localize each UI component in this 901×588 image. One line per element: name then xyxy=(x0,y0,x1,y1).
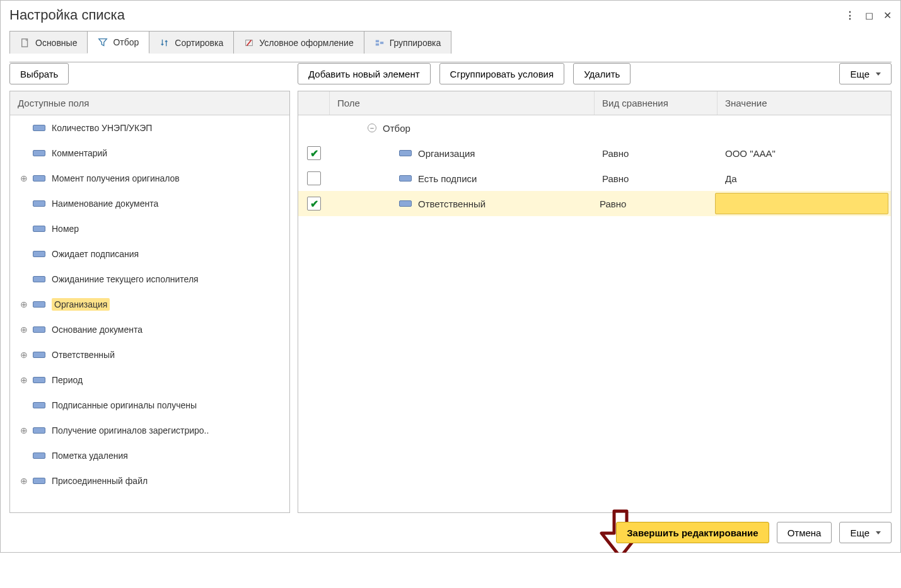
footer-more-button[interactable]: Еще xyxy=(839,522,892,543)
field-tree-item[interactable]: Ожидает подписания xyxy=(10,241,289,267)
row-checkbox[interactable] xyxy=(307,197,321,210)
row-cmp[interactable]: Равно xyxy=(595,142,718,165)
tab-sort[interactable]: Сортировка xyxy=(149,31,234,54)
funnel-icon xyxy=(98,37,108,47)
field-tree-item[interactable]: ⊕Получение оригиналов зарегистриро.. xyxy=(10,418,289,443)
menu-icon[interactable]: ⋮ xyxy=(845,9,855,21)
field-pill-icon xyxy=(33,402,45,408)
field-pill-icon xyxy=(33,276,45,282)
sort-icon xyxy=(160,38,170,48)
filter-row[interactable]: Есть подписиРавноДа xyxy=(298,166,891,191)
tab-group[interactable]: Группировка xyxy=(364,31,452,54)
grid-header-field[interactable]: Поле xyxy=(330,91,595,115)
field-label: Наименование документа xyxy=(52,199,158,209)
footer: Завершить редактирование Отмена Еще xyxy=(9,513,892,546)
field-label: Ожидает подписания xyxy=(52,249,139,259)
field-tree-item[interactable]: ⊕Ответственный xyxy=(10,342,289,367)
tab-sort-label: Сортировка xyxy=(175,38,223,48)
field-tree-item[interactable]: ⊕Присоединенный файл xyxy=(10,468,289,493)
row-field: Организация xyxy=(418,148,475,159)
tab-conditional-label: Условное оформление xyxy=(259,38,354,48)
field-tree-item[interactable]: ⊕Момент получения оригиналов xyxy=(10,166,289,191)
field-label: Период xyxy=(52,375,83,385)
tab-group-label: Группировка xyxy=(390,38,441,48)
tab-filter[interactable]: Отбор xyxy=(87,31,149,54)
document-icon xyxy=(20,38,30,48)
field-pill-icon xyxy=(33,427,45,434)
field-pill-icon xyxy=(33,251,45,257)
field-label: Получение оригиналов зарегистриро.. xyxy=(52,425,209,435)
cancel-button[interactable]: Отмена xyxy=(777,522,832,543)
available-fields-header: Доступные поля xyxy=(10,91,289,115)
field-label: Пометка удаления xyxy=(52,451,128,461)
available-fields-tree[interactable]: Количество УНЭП/УКЭПКомментарий⊕Момент п… xyxy=(10,115,289,512)
more-button[interactable]: Еще xyxy=(839,63,892,84)
field-label: Ответственный xyxy=(52,350,115,360)
finish-editing-button[interactable]: Завершить редактирование xyxy=(616,522,769,543)
expand-icon[interactable]: ⊕ xyxy=(18,325,30,335)
filter-row[interactable]: ОрганизацияРавноООО "ААА" xyxy=(298,141,891,166)
field-pill-icon xyxy=(399,200,412,207)
collapse-icon[interactable]: − xyxy=(368,124,376,132)
field-tree-item[interactable]: Пометка удаления xyxy=(10,443,289,468)
close-icon[interactable]: ✕ xyxy=(883,9,892,21)
field-label: Номер xyxy=(52,224,79,234)
row-value[interactable]: ООО "ААА" xyxy=(718,142,891,165)
right-panel: Добавить новый элемент Сгруппировать усл… xyxy=(298,63,892,513)
title-controls: ⋮ ◻ ✕ xyxy=(845,9,892,21)
grid-header-cmp[interactable]: Вид сравнения xyxy=(595,91,718,115)
field-pill-icon xyxy=(33,326,45,333)
expand-icon[interactable]: ⊕ xyxy=(18,476,30,486)
field-pill-icon xyxy=(33,150,45,156)
field-tree-item[interactable]: Подписанные оригиналы получены xyxy=(10,393,289,418)
field-pill-icon xyxy=(33,200,45,207)
field-tree-item[interactable]: Номер xyxy=(10,216,289,241)
group-icon xyxy=(375,38,385,48)
field-tree-item[interactable]: ⊕Основание документа xyxy=(10,317,289,342)
group-conditions-button[interactable]: Сгруппировать условия xyxy=(439,63,565,84)
field-tree-item[interactable]: Ожиданиние текущего исполнителя xyxy=(10,267,289,292)
add-element-button[interactable]: Добавить новый элемент xyxy=(298,63,431,84)
window-title: Настройка списка xyxy=(9,7,125,23)
row-cmp[interactable]: Равно xyxy=(592,192,715,216)
field-pill-icon xyxy=(33,377,45,383)
expand-icon[interactable]: ⊕ xyxy=(18,299,30,309)
svg-rect-3 xyxy=(375,43,378,45)
filter-row[interactable]: ОтветственныйРавно xyxy=(298,191,891,216)
maximize-icon[interactable]: ◻ xyxy=(865,9,873,21)
tab-filter-label: Отбор xyxy=(113,37,139,47)
left-toolbar: Выбрать xyxy=(9,63,290,84)
tab-main[interactable]: Основные xyxy=(9,31,88,54)
expand-icon[interactable]: ⊕ xyxy=(18,375,30,385)
filter-group-row[interactable]: − Отбор xyxy=(298,115,891,141)
field-tree-item[interactable]: Комментарий xyxy=(10,141,289,166)
field-label: Ожиданиние текущего исполнителя xyxy=(52,274,199,284)
row-field: Ответственный xyxy=(418,199,485,209)
select-button[interactable]: Выбрать xyxy=(9,63,69,84)
expand-icon[interactable]: ⊕ xyxy=(18,173,30,183)
field-pill-icon xyxy=(33,478,45,484)
row-cmp[interactable]: Равно xyxy=(595,167,718,190)
field-pill-icon xyxy=(33,175,45,182)
tab-conditional[interactable]: Условное оформление xyxy=(233,31,364,54)
available-fields-panel: Доступные поля Количество УНЭП/УКЭПКомме… xyxy=(9,91,290,513)
expand-icon[interactable]: ⊕ xyxy=(18,350,30,360)
field-tree-item[interactable]: Количество УНЭП/УКЭП xyxy=(10,115,289,141)
row-value[interactable] xyxy=(715,193,888,214)
field-tree-item[interactable]: ⊕Период xyxy=(10,367,289,393)
field-pill-icon xyxy=(33,226,45,232)
field-tree-item[interactable]: Наименование документа xyxy=(10,191,289,216)
field-label: Присоединенный файл xyxy=(52,476,148,486)
delete-button[interactable]: Удалить xyxy=(573,63,631,84)
field-label: Подписанные оригиналы получены xyxy=(52,400,197,410)
titlebar: Настройка списка ⋮ ◻ ✕ xyxy=(9,7,892,23)
field-tree-item[interactable]: ⊕Организация xyxy=(10,292,289,317)
expand-icon[interactable]: ⊕ xyxy=(18,425,30,435)
row-field: Есть подписи xyxy=(418,173,477,184)
field-label: Комментарий xyxy=(52,148,107,158)
grid-header-val[interactable]: Значение xyxy=(718,91,891,115)
left-panel: Выбрать Доступные поля Количество УНЭП/У… xyxy=(9,63,290,513)
row-checkbox[interactable] xyxy=(307,146,321,160)
row-checkbox[interactable] xyxy=(307,171,321,185)
row-value[interactable]: Да xyxy=(718,167,891,190)
